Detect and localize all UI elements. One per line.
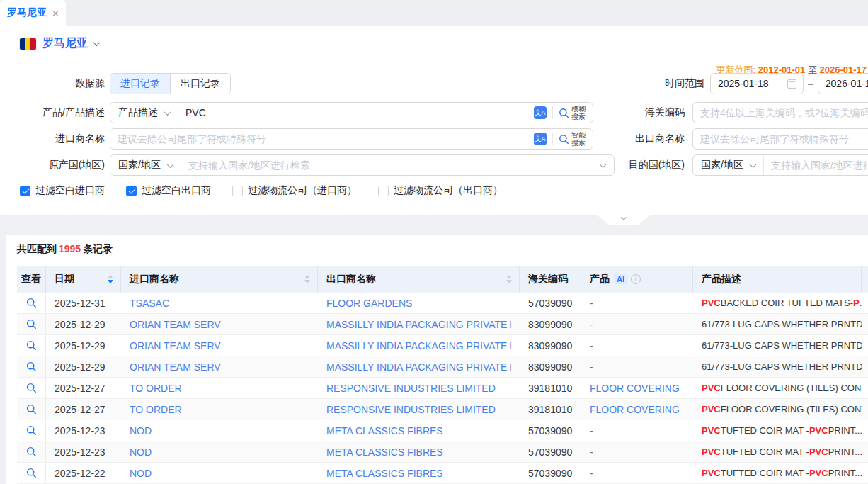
row-search-icon[interactable]: [26, 425, 37, 436]
table-row: 2025-12-29ORIAN TEAM SERVMASSILLY INDIA …: [17, 356, 868, 378]
hs-code-input[interactable]: [692, 102, 868, 123]
importer-link[interactable]: ORIAN TEAM SERV: [130, 319, 221, 330]
filter-checkbox-3[interactable]: 过滤物流公司（出口商）: [378, 184, 503, 197]
product-link[interactable]: FLOOR COVERING: [590, 404, 680, 415]
origin-country-input[interactable]: [181, 155, 600, 175]
checkbox-unchecked-icon[interactable]: [232, 186, 243, 196]
checkbox-checked-icon[interactable]: [126, 186, 137, 196]
import-records-button[interactable]: 进口记录: [110, 74, 170, 94]
exporter-label: 出口商名称: [607, 133, 685, 145]
ai-badge: AI: [614, 274, 627, 284]
importer-link[interactable]: NOD: [130, 425, 152, 437]
importer-sorter[interactable]: [304, 275, 310, 283]
exporter-link[interactable]: MASSILLY INDIA PACKAGING PRIVATE LIMI...: [326, 361, 511, 373]
destination-country-input[interactable]: [764, 155, 868, 175]
checkbox-unchecked-icon[interactable]: [378, 186, 389, 196]
importer-link[interactable]: TO ORDER: [130, 404, 182, 415]
importer-link[interactable]: NOD: [130, 468, 152, 479]
extra-cell: [862, 399, 868, 420]
exporter-link[interactable]: META CLASSICS FIBRES: [326, 425, 443, 437]
exporter-link[interactable]: MASSILLY INDIA PACKAGING PRIVATE LIMI...: [326, 319, 511, 330]
sort-desc-icon[interactable]: [108, 280, 113, 283]
filter-checkbox-1[interactable]: 过滤空白出口商: [126, 184, 211, 197]
collapse-filter-button[interactable]: [598, 215, 650, 225]
product-link[interactable]: FLOOR COVERING: [590, 383, 680, 394]
description-cell: PVC FLOOR COVERING (TILES) CONT...: [693, 399, 862, 420]
time-range-control: –: [710, 73, 868, 94]
desc-segment: PRINT...: [828, 425, 862, 436]
tab-close-icon[interactable]: ×: [52, 8, 59, 18]
date-sorter[interactable]: [108, 275, 113, 283]
product-field-select[interactable]: 产品描述: [110, 103, 178, 123]
date-end-input[interactable]: [818, 73, 868, 94]
exporter-link[interactable]: RESPONSIVE INDUSTRIES LIMITED: [326, 383, 496, 394]
date-start-value[interactable]: [711, 74, 787, 94]
row-search-icon[interactable]: [26, 361, 37, 372]
sort-desc-icon[interactable]: [506, 280, 512, 283]
sort-desc-icon[interactable]: [304, 280, 310, 283]
match-count: 1995: [57, 243, 83, 254]
description-cell: PVC FLOOR COVERING (TILES) CONT...: [693, 378, 862, 398]
exporter-input[interactable]: [692, 128, 868, 150]
product-empty: -: [590, 340, 593, 351]
date-start-input[interactable]: [710, 73, 804, 94]
row-search-icon[interactable]: [26, 446, 37, 457]
product-cell: FLOOR COVERING: [581, 378, 693, 398]
date-end-value[interactable]: [818, 74, 868, 94]
importer-link[interactable]: TSASAC: [130, 298, 169, 309]
desc-segment: TUFTED COIR MAT -: [721, 446, 809, 457]
exporter-link[interactable]: META CLASSICS FIBRES: [326, 446, 443, 458]
checkbox-checked-icon[interactable]: [20, 186, 30, 196]
exporter-name-field[interactable]: [693, 129, 868, 149]
sort-asc-icon[interactable]: [108, 275, 113, 278]
export-records-button[interactable]: 出口记录: [170, 74, 230, 94]
fuzzy-search-button[interactable]: 模糊搜索: [559, 105, 587, 120]
country-name[interactable]: 罗马尼亚: [42, 36, 88, 51]
translate-icon[interactable]: 文A: [534, 106, 547, 119]
tab-romania[interactable]: 罗马尼亚 ×: [0, 0, 66, 26]
sort-asc-icon[interactable]: [506, 275, 512, 278]
col-importer[interactable]: 进口商名称: [121, 266, 318, 293]
table-row: 2025-12-23NODMETA CLASSICS FIBRES5703909…: [17, 420, 868, 441]
extra-cell: [862, 293, 868, 313]
importer-link[interactable]: TO ORDER: [130, 383, 182, 394]
row-search-icon[interactable]: [26, 468, 37, 478]
desc-segment: 61/773-LUG CAPS WHETHER PRNTD...: [702, 340, 862, 351]
filter-row-importer: 进口商名称 文A 智能搜索 出口商名称: [0, 128, 868, 150]
row-search-icon[interactable]: [26, 383, 37, 393]
desc-segment: PRINT...: [828, 468, 862, 478]
view-cell: [17, 356, 46, 377]
exporter-sorter[interactable]: [506, 275, 512, 283]
hs-code-cell: 83099090: [520, 356, 581, 377]
exporter-cell: RESPONSIVE INDUSTRIES LIMITED: [318, 399, 520, 420]
row-search-icon[interactable]: [26, 404, 37, 415]
smart-search-button[interactable]: 智能搜索: [559, 131, 587, 147]
table-row: 2025-12-29ORIAN TEAM SERVMASSILLY INDIA …: [17, 335, 868, 356]
importer-link[interactable]: NOD: [130, 446, 152, 458]
product-keyword-input[interactable]: [178, 103, 528, 123]
filter-checkbox-0[interactable]: 过滤空白进口商: [20, 184, 105, 197]
exporter-link[interactable]: RESPONSIVE INDUSTRIES LIMITED: [326, 404, 496, 415]
origin-country-select[interactable]: 国家/地区: [110, 155, 181, 175]
row-search-icon[interactable]: [26, 340, 37, 351]
sort-asc-icon[interactable]: [304, 275, 310, 278]
exporter-link[interactable]: META CLASSICS FIBRES: [326, 468, 443, 479]
row-search-icon[interactable]: [26, 319, 37, 330]
chevron-down-icon[interactable]: [93, 39, 101, 46]
col-exporter[interactable]: 出口商名称: [318, 266, 520, 293]
importer-name-input[interactable]: [110, 129, 528, 149]
exporter-cell: MASSILLY INDIA PACKAGING PRIVATE LIMI...: [318, 335, 520, 356]
destination-country-select[interactable]: 国家/地区: [693, 155, 763, 175]
filter-checkbox-2[interactable]: 过滤物流公司（进口商）: [232, 184, 357, 197]
importer-link[interactable]: ORIAN TEAM SERV: [130, 340, 221, 351]
table-row: 2025-12-22NODMETA CLASSICS FIBRES5703909…: [17, 463, 868, 484]
info-icon[interactable]: i: [631, 274, 641, 284]
importer-link[interactable]: ORIAN TEAM SERV: [130, 361, 221, 373]
translate-icon[interactable]: 文A: [534, 133, 547, 145]
col-date[interactable]: 日期: [46, 266, 121, 293]
exporter-link[interactable]: FLOOR GARDENS: [326, 298, 412, 309]
row-search-icon[interactable]: [26, 298, 37, 308]
exporter-link[interactable]: MASSILLY INDIA PACKAGING PRIVATE LIMI...: [326, 340, 511, 351]
hs-code-field[interactable]: [693, 103, 868, 123]
product-cell: FLOOR COVERING: [581, 399, 693, 420]
